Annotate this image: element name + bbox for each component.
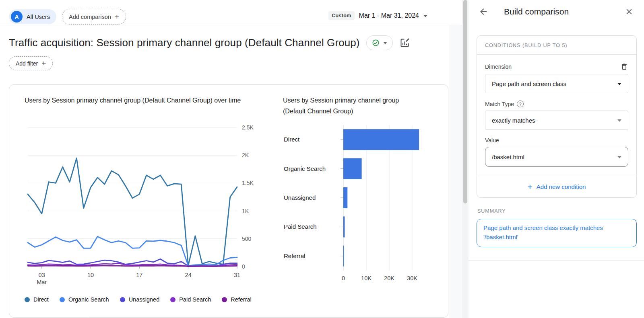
legend-item-direct: Direct bbox=[25, 296, 49, 303]
bar-chart-block: Users by Session primary channel group (… bbox=[283, 95, 446, 317]
charts-card: Users by Session primary channel group (… bbox=[9, 84, 448, 318]
svg-text:1.5K: 1.5K bbox=[242, 180, 254, 186]
date-range-selector[interactable]: Custom Mar 1 - Mar 31, 2024 bbox=[328, 11, 427, 20]
legend-item-paid-search: Paid Search bbox=[170, 296, 211, 303]
svg-text:17: 17 bbox=[136, 272, 142, 278]
content-gutter bbox=[449, 25, 462, 318]
date-range-label: Mar 1 - Mar 31, 2024 bbox=[359, 12, 419, 19]
svg-text:Direct: Direct bbox=[284, 136, 300, 143]
all-users-chip[interactable]: A All Users bbox=[9, 9, 56, 24]
svg-text:2.5K: 2.5K bbox=[242, 124, 254, 131]
svg-text:500: 500 bbox=[242, 236, 252, 242]
dimension-label: Dimension bbox=[485, 64, 512, 70]
summary-chip: Page path and screen class exactly match… bbox=[477, 219, 637, 247]
svg-text:Unassigned: Unassigned bbox=[284, 194, 316, 201]
line-chart-title: Users by Session primary channel group (… bbox=[25, 95, 242, 119]
value-label: Value bbox=[485, 137, 499, 144]
svg-text:10K: 10K bbox=[361, 275, 372, 281]
plus-icon: + bbox=[528, 182, 533, 192]
back-button[interactable] bbox=[478, 6, 489, 17]
legend-item-unassigned: Unassigned bbox=[120, 296, 160, 303]
close-icon bbox=[625, 7, 634, 16]
add-new-condition-button[interactable]: + Add new condition bbox=[477, 176, 636, 197]
add-filter-button[interactable]: Add filter + bbox=[9, 56, 53, 70]
legend-dot bbox=[120, 297, 125, 302]
panel-bottom-divider bbox=[469, 260, 644, 261]
plus-icon: + bbox=[41, 59, 46, 67]
page-title: Traffic acquisition: Session primary cha… bbox=[9, 37, 360, 49]
main-report-area: A All Users Add comparison + Custom Mar … bbox=[0, 0, 462, 318]
back-arrow-icon bbox=[479, 7, 488, 16]
legend-item-organic-search: Organic Search bbox=[60, 296, 109, 303]
conditions-card: CONDITIONS (BUILD UP TO 5) Dimension Pag… bbox=[477, 35, 637, 198]
legend-item-referral: Referral bbox=[222, 296, 252, 303]
svg-text:03: 03 bbox=[39, 272, 45, 278]
line-chart: 05001K1.5K2K2.5K03Mar10172431 bbox=[25, 123, 258, 287]
add-filter-label: Add filter bbox=[16, 60, 38, 67]
caret-down-icon bbox=[423, 15, 427, 19]
check-circle-icon bbox=[372, 39, 380, 47]
svg-text:Paid Search: Paid Search bbox=[284, 223, 317, 230]
svg-text:30K: 30K bbox=[407, 275, 417, 281]
conditions-body: Dimension Page path and screen class Mat… bbox=[477, 55, 636, 176]
comparison-chip-row: A All Users Add comparison + bbox=[9, 9, 126, 25]
caret-down-icon bbox=[617, 156, 621, 160]
dimension-select[interactable]: Page path and screen class bbox=[485, 74, 628, 93]
svg-text:31: 31 bbox=[234, 272, 240, 278]
table-top-divider bbox=[90, 317, 448, 317]
legend-label: Unassigned bbox=[129, 296, 160, 303]
svg-text:20K: 20K bbox=[384, 275, 394, 281]
svg-text:1K: 1K bbox=[242, 208, 249, 214]
summary-header: SUMMARY bbox=[477, 208, 644, 214]
add-comparison-button[interactable]: Add comparison + bbox=[62, 9, 126, 25]
panel-header: Build comparison bbox=[469, 0, 644, 23]
trash-icon[interactable] bbox=[620, 63, 628, 71]
topbar-divider bbox=[0, 25, 462, 25]
legend-label: Referral bbox=[231, 296, 252, 303]
legend-label: Direct bbox=[33, 296, 49, 303]
match-type-label: Match Type bbox=[485, 101, 514, 107]
close-button[interactable] bbox=[624, 6, 634, 17]
panel-title: Build comparison bbox=[504, 7, 624, 16]
line-chart-block: Users by Session primary channel group (… bbox=[25, 95, 266, 317]
svg-text:0: 0 bbox=[242, 263, 245, 270]
svg-text:2K: 2K bbox=[242, 152, 249, 158]
legend-label: Organic Search bbox=[68, 296, 109, 303]
legend-dot bbox=[170, 297, 175, 302]
all-users-label: All Users bbox=[27, 14, 50, 20]
add-new-condition-label: Add new condition bbox=[537, 183, 586, 190]
legend-dot bbox=[222, 297, 227, 302]
build-comparison-panel: Build comparison CONDITIONS (BUILD UP TO… bbox=[469, 0, 644, 318]
caret-down-icon bbox=[383, 42, 387, 46]
conditions-header: CONDITIONS (BUILD UP TO 5) bbox=[477, 36, 636, 55]
match-type-value: exactly matches bbox=[492, 117, 535, 124]
svg-text:10: 10 bbox=[87, 272, 94, 278]
scrollbar-thumb[interactable] bbox=[463, 0, 467, 203]
svg-text:Mar: Mar bbox=[37, 279, 47, 285]
avatar: A bbox=[11, 11, 23, 23]
data-quality-badge[interactable] bbox=[366, 35, 393, 50]
svg-text:0: 0 bbox=[342, 275, 345, 281]
dimension-value: Page path and screen class bbox=[492, 80, 566, 87]
svg-text:Referral: Referral bbox=[284, 252, 305, 259]
help-icon[interactable]: ? bbox=[517, 101, 524, 107]
match-type-select[interactable]: exactly matches bbox=[485, 111, 628, 130]
scrollbar-track[interactable] bbox=[462, 0, 469, 318]
value-text: /basket.html bbox=[492, 154, 524, 160]
value-select[interactable]: /basket.html bbox=[485, 147, 628, 167]
bar-chart: 010K20K30KDirectOrganic SearchUnassigned… bbox=[283, 122, 442, 287]
report-title-row: Traffic acquisition: Session primary cha… bbox=[9, 35, 410, 50]
add-comparison-label: Add comparison bbox=[69, 14, 111, 20]
legend-label: Paid Search bbox=[179, 296, 211, 303]
legend-dot bbox=[25, 297, 30, 302]
customize-report-icon[interactable] bbox=[399, 37, 410, 48]
caret-down-icon bbox=[617, 83, 621, 87]
svg-text:24: 24 bbox=[185, 272, 192, 278]
plus-icon: + bbox=[115, 13, 119, 21]
chart-legend: DirectOrganic SearchUnassignedPaid Searc… bbox=[25, 296, 266, 303]
svg-text:Organic Search: Organic Search bbox=[284, 165, 326, 172]
bar-chart-title: Users by Session primary channel group (… bbox=[283, 95, 408, 119]
date-custom-badge: Custom bbox=[328, 11, 354, 20]
caret-down-icon bbox=[617, 119, 621, 124]
legend-dot bbox=[60, 297, 65, 302]
